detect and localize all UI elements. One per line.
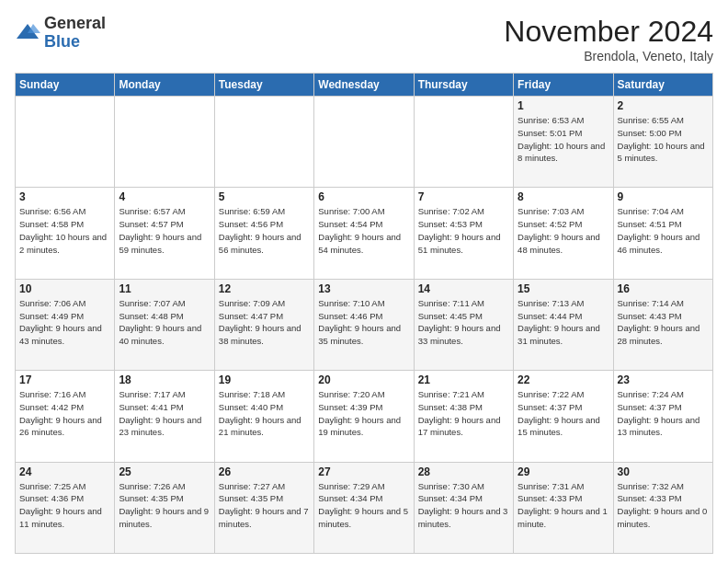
calendar-week-5: 24Sunrise: 7:25 AM Sunset: 4:36 PM Dayli… (16, 462, 713, 553)
calendar-cell-w2-d6: 8Sunrise: 7:03 AM Sunset: 4:52 PM Daylig… (514, 188, 613, 279)
day-number: 11 (119, 282, 210, 295)
logo-general-text: General (44, 14, 106, 32)
day-number: 28 (418, 465, 509, 478)
location: Brendola, Veneto, Italy (504, 49, 713, 63)
page: General Blue November 2024 Brendola, Ven… (0, 0, 728, 563)
calendar-cell-w1-d2 (115, 97, 214, 188)
calendar-cell-w1-d7: 2Sunrise: 6:55 AM Sunset: 5:00 PM Daylig… (613, 97, 712, 188)
header-wednesday: Wednesday (314, 74, 414, 97)
calendar-header-row: Sunday Monday Tuesday Wednesday Thursday… (16, 74, 713, 97)
day-info: Sunrise: 7:11 AM Sunset: 4:45 PM Dayligh… (418, 297, 509, 348)
day-info: Sunrise: 7:00 AM Sunset: 4:54 PM Dayligh… (318, 205, 409, 256)
header: General Blue November 2024 Brendola, Ven… (15, 15, 713, 63)
calendar-cell-w5-d5: 28Sunrise: 7:30 AM Sunset: 4:34 PM Dayli… (414, 462, 513, 553)
day-info: Sunrise: 6:53 AM Sunset: 5:01 PM Dayligh… (518, 114, 609, 165)
day-info: Sunrise: 7:25 AM Sunset: 4:36 PM Dayligh… (19, 480, 110, 531)
calendar-table: Sunday Monday Tuesday Wednesday Thursday… (15, 73, 713, 554)
calendar-cell-w1-d4 (314, 97, 414, 188)
day-info: Sunrise: 7:10 AM Sunset: 4:46 PM Dayligh… (318, 297, 409, 348)
logo-blue-text: Blue (44, 32, 80, 51)
calendar-cell-w5-d3: 26Sunrise: 7:27 AM Sunset: 4:35 PM Dayli… (214, 462, 313, 553)
calendar-cell-w2-d4: 6Sunrise: 7:00 AM Sunset: 4:54 PM Daylig… (314, 188, 414, 279)
day-number: 27 (318, 465, 409, 478)
day-info: Sunrise: 7:22 AM Sunset: 4:37 PM Dayligh… (518, 388, 609, 439)
header-tuesday: Tuesday (214, 74, 313, 97)
day-info: Sunrise: 7:32 AM Sunset: 4:33 PM Dayligh… (618, 480, 709, 531)
day-number: 2 (618, 99, 709, 112)
day-info: Sunrise: 7:16 AM Sunset: 4:42 PM Dayligh… (19, 388, 110, 439)
calendar-cell-w3-d7: 16Sunrise: 7:14 AM Sunset: 4:43 PM Dayli… (613, 279, 712, 370)
day-number: 14 (418, 282, 509, 295)
calendar-cell-w3-d1: 10Sunrise: 7:06 AM Sunset: 4:49 PM Dayli… (16, 279, 115, 370)
calendar-cell-w5-d7: 30Sunrise: 7:32 AM Sunset: 4:33 PM Dayli… (613, 462, 712, 553)
day-number: 3 (19, 190, 110, 203)
header-monday: Monday (115, 74, 214, 97)
calendar-cell-w2-d1: 3Sunrise: 6:56 AM Sunset: 4:58 PM Daylig… (16, 188, 115, 279)
calendar-cell-w4-d6: 22Sunrise: 7:22 AM Sunset: 4:37 PM Dayli… (514, 371, 613, 462)
header-saturday: Saturday (613, 74, 712, 97)
day-number: 22 (518, 373, 609, 386)
calendar-cell-w5-d2: 25Sunrise: 7:26 AM Sunset: 4:35 PM Dayli… (115, 462, 214, 553)
calendar-cell-w3-d6: 15Sunrise: 7:13 AM Sunset: 4:44 PM Dayli… (514, 279, 613, 370)
calendar-cell-w1-d3 (214, 97, 313, 188)
day-info: Sunrise: 7:04 AM Sunset: 4:51 PM Dayligh… (618, 205, 709, 256)
day-number: 30 (618, 465, 709, 478)
logo-icon (15, 20, 40, 46)
title-block: November 2024 Brendola, Veneto, Italy (504, 15, 713, 63)
day-number: 29 (518, 465, 609, 478)
calendar-cell-w4-d5: 21Sunrise: 7:21 AM Sunset: 4:38 PM Dayli… (414, 371, 513, 462)
day-info: Sunrise: 7:29 AM Sunset: 4:34 PM Dayligh… (318, 480, 409, 531)
day-info: Sunrise: 7:17 AM Sunset: 4:41 PM Dayligh… (119, 388, 210, 439)
day-number: 15 (518, 282, 609, 295)
header-thursday: Thursday (414, 74, 513, 97)
calendar-week-4: 17Sunrise: 7:16 AM Sunset: 4:42 PM Dayli… (16, 371, 713, 462)
day-number: 7 (418, 190, 509, 203)
day-info: Sunrise: 7:24 AM Sunset: 4:37 PM Dayligh… (618, 388, 709, 439)
day-info: Sunrise: 7:09 AM Sunset: 4:47 PM Dayligh… (219, 297, 310, 348)
day-number: 13 (318, 282, 409, 295)
day-number: 6 (318, 190, 409, 203)
logo-text: General Blue (44, 15, 106, 52)
day-number: 26 (219, 465, 310, 478)
day-info: Sunrise: 7:03 AM Sunset: 4:52 PM Dayligh… (518, 205, 609, 256)
calendar-week-2: 3Sunrise: 6:56 AM Sunset: 4:58 PM Daylig… (16, 188, 713, 279)
calendar-cell-w1-d5 (414, 97, 513, 188)
calendar-cell-w4-d1: 17Sunrise: 7:16 AM Sunset: 4:42 PM Dayli… (16, 371, 115, 462)
day-number: 4 (119, 190, 210, 203)
day-info: Sunrise: 7:31 AM Sunset: 4:33 PM Dayligh… (518, 480, 609, 531)
day-number: 23 (618, 373, 709, 386)
day-number: 25 (119, 465, 210, 478)
logo: General Blue (15, 15, 106, 52)
day-info: Sunrise: 7:02 AM Sunset: 4:53 PM Dayligh… (418, 205, 509, 256)
day-number: 18 (119, 373, 210, 386)
calendar-cell-w4-d7: 23Sunrise: 7:24 AM Sunset: 4:37 PM Dayli… (613, 371, 712, 462)
day-info: Sunrise: 7:20 AM Sunset: 4:39 PM Dayligh… (318, 388, 409, 439)
calendar-cell-w2-d5: 7Sunrise: 7:02 AM Sunset: 4:53 PM Daylig… (414, 188, 513, 279)
day-number: 20 (318, 373, 409, 386)
day-info: Sunrise: 6:59 AM Sunset: 4:56 PM Dayligh… (219, 205, 310, 256)
day-info: Sunrise: 7:18 AM Sunset: 4:40 PM Dayligh… (219, 388, 310, 439)
calendar-cell-w2-d2: 4Sunrise: 6:57 AM Sunset: 4:57 PM Daylig… (115, 188, 214, 279)
calendar-cell-w5-d4: 27Sunrise: 7:29 AM Sunset: 4:34 PM Dayli… (314, 462, 414, 553)
day-info: Sunrise: 7:30 AM Sunset: 4:34 PM Dayligh… (418, 480, 509, 531)
calendar-week-3: 10Sunrise: 7:06 AM Sunset: 4:49 PM Dayli… (16, 279, 713, 370)
calendar-cell-w2-d3: 5Sunrise: 6:59 AM Sunset: 4:56 PM Daylig… (214, 188, 313, 279)
day-number: 8 (518, 190, 609, 203)
day-number: 10 (19, 282, 110, 295)
day-number: 17 (19, 373, 110, 386)
day-info: Sunrise: 7:21 AM Sunset: 4:38 PM Dayligh… (418, 388, 509, 439)
calendar-cell-w5-d1: 24Sunrise: 7:25 AM Sunset: 4:36 PM Dayli… (16, 462, 115, 553)
calendar-cell-w4-d3: 19Sunrise: 7:18 AM Sunset: 4:40 PM Dayli… (214, 371, 313, 462)
calendar-cell-w4-d4: 20Sunrise: 7:20 AM Sunset: 4:39 PM Dayli… (314, 371, 414, 462)
day-number: 12 (219, 282, 310, 295)
day-number: 24 (19, 465, 110, 478)
day-info: Sunrise: 7:26 AM Sunset: 4:35 PM Dayligh… (119, 480, 210, 531)
day-number: 5 (219, 190, 310, 203)
day-number: 16 (618, 282, 709, 295)
calendar-cell-w1-d6: 1Sunrise: 6:53 AM Sunset: 5:01 PM Daylig… (514, 97, 613, 188)
day-info: Sunrise: 7:14 AM Sunset: 4:43 PM Dayligh… (618, 297, 709, 348)
calendar-week-1: 1Sunrise: 6:53 AM Sunset: 5:01 PM Daylig… (16, 97, 713, 188)
day-number: 21 (418, 373, 509, 386)
calendar-cell-w4-d2: 18Sunrise: 7:17 AM Sunset: 4:41 PM Dayli… (115, 371, 214, 462)
calendar-cell-w3-d3: 12Sunrise: 7:09 AM Sunset: 4:47 PM Dayli… (214, 279, 313, 370)
